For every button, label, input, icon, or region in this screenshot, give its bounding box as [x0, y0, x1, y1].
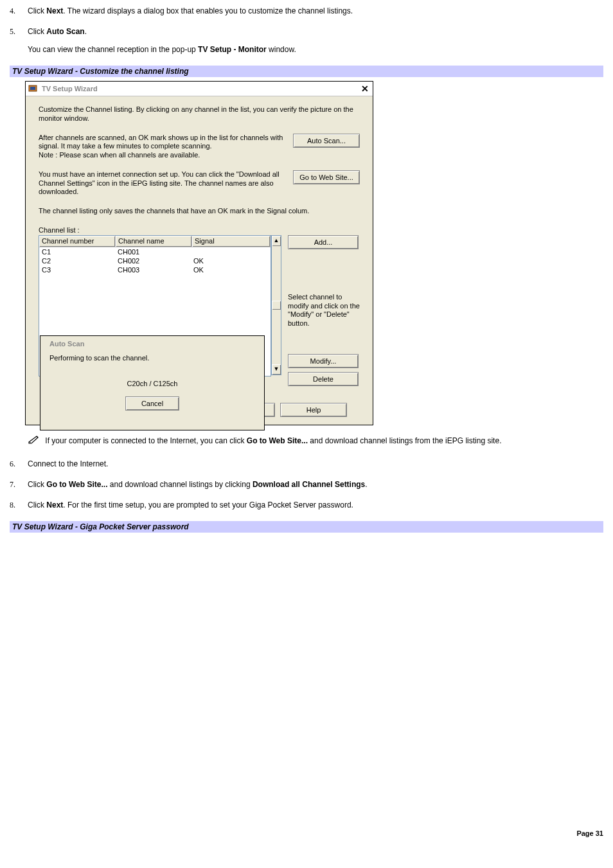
step-text: You can view the channel reception in th…: [28, 45, 198, 54]
col-header-number[interactable]: Channel number: [39, 236, 116, 247]
step-text: window.: [267, 45, 296, 54]
cell-signal: OK: [191, 256, 271, 265]
col-header-signal[interactable]: Signal: [192, 236, 271, 247]
go-to-web-site-button[interactable]: Go to Web Site...: [293, 170, 360, 184]
scan-description: After channels are scanned, an OK mark s…: [39, 134, 293, 160]
dialog-title: TV Setup Wizard: [42, 85, 360, 93]
step-text: Click: [28, 480, 46, 489]
list-item[interactable]: C1 CH001: [39, 247, 271, 256]
add-button[interactable]: Add...: [288, 235, 359, 249]
scroll-down-icon[interactable]: ▼: [272, 364, 281, 375]
cell-number: C3: [39, 265, 115, 274]
step-bold: Auto Scan: [46, 27, 84, 36]
step-text: Click: [28, 500, 46, 509]
note-icon: [28, 434, 42, 448]
note-bold: Go to Web Site...: [247, 436, 308, 445]
cell-name: CH003: [115, 265, 191, 274]
step-text: . The wizard displays a dialog box that …: [63, 6, 353, 15]
cell-number: C1: [39, 247, 115, 256]
popup-cancel-button[interactable]: Cancel: [125, 396, 179, 411]
cell-name: CH002: [115, 256, 191, 265]
modify-button[interactable]: Modify...: [288, 354, 359, 368]
page-number: Page 31: [10, 829, 603, 837]
auto-scan-button[interactable]: Auto Scan...: [293, 134, 360, 148]
save-note: The channel listing only saves the chann…: [39, 207, 360, 216]
step-text: Click: [28, 6, 46, 15]
step-number: 7.: [10, 480, 15, 490]
step-number: 8.: [10, 500, 15, 510]
popup-title: Auto Scan: [49, 340, 255, 348]
step-bold: Next: [46, 6, 63, 15]
cell-signal: [191, 247, 271, 256]
step-bold: Go to Web Site...: [46, 480, 107, 489]
step-text: .: [365, 480, 367, 489]
help-button[interactable]: Help: [280, 403, 347, 417]
step-number: 6.: [10, 459, 15, 469]
tv-setup-wizard-dialog: TV Setup Wizard ✕ Customize the Channel …: [25, 81, 373, 425]
dialog-titlebar[interactable]: TV Setup Wizard ✕: [26, 82, 373, 96]
auto-scan-popup: Auto Scan Performing to scan the channel…: [40, 335, 265, 430]
col-header-name[interactable]: Channel name: [116, 236, 192, 247]
scrollbar[interactable]: ▲ ▼: [271, 235, 281, 375]
note-text: and download channel listings from the i…: [308, 436, 502, 445]
dialog-intro: Customize the Channel listing. By clicki…: [39, 105, 360, 123]
step-bold: Next: [46, 500, 63, 509]
svg-rect-1: [30, 87, 35, 90]
step-number: 4.: [10, 6, 15, 16]
close-icon[interactable]: ✕: [360, 84, 370, 94]
section-heading: TV Setup Wizard - Giga Pocket Server pas…: [10, 521, 603, 533]
note-text: If your computer is connected to the Int…: [45, 436, 247, 445]
step-number: 5.: [10, 27, 15, 37]
section-heading: TV Setup Wizard - Customize the channel …: [10, 66, 603, 77]
list-item[interactable]: C2 CH002 OK: [39, 256, 271, 265]
cell-name: CH001: [115, 247, 191, 256]
step-bold: Download all Channel Settings: [253, 480, 365, 489]
cell-signal: OK: [191, 265, 271, 274]
step-text: . For the first time setup, you are prom…: [63, 500, 353, 509]
side-hint: Select channel to modify and click on th…: [288, 293, 360, 328]
delete-button[interactable]: Delete: [288, 372, 359, 386]
scroll-up-icon[interactable]: ▲: [272, 236, 281, 246]
list-item[interactable]: C3 CH003 OK: [39, 265, 271, 274]
channel-list-label: Channel list :: [39, 226, 360, 234]
step-bold: TV Setup - Monitor: [198, 45, 267, 54]
step-text: and download channel listings by clickin…: [107, 480, 252, 489]
popup-progress: C20ch / C125ch: [49, 380, 255, 387]
step-text: .: [85, 27, 87, 36]
cell-number: C2: [39, 256, 115, 265]
web-description: You must have an internet connection set…: [39, 170, 293, 197]
step-text: Click: [28, 27, 46, 36]
app-icon: [28, 84, 39, 94]
popup-text: Performing to scan the channel.: [49, 354, 255, 362]
step-text: Connect to the Internet.: [28, 459, 108, 468]
scroll-thumb[interactable]: [272, 301, 281, 310]
